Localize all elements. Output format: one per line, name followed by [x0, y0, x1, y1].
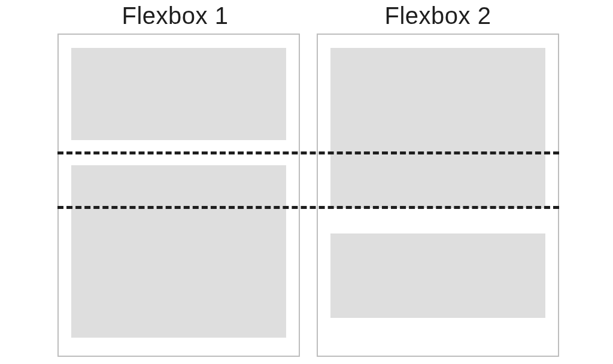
flexbox-1-item-top	[71, 48, 286, 140]
flexbox-2-container	[317, 34, 559, 357]
guide-line-upper	[57, 151, 559, 154]
flexbox-comparison-diagram: Flexbox 1 Flexbox 2	[57, 0, 559, 364]
flexbox-2-item-bottom	[330, 233, 545, 318]
flexbox-1-item-bottom	[71, 165, 286, 338]
boxes-row	[57, 34, 559, 357]
flexbox-1-container	[57, 34, 300, 357]
flexbox-2-item-top	[330, 48, 545, 208]
flexbox-1-title: Flexbox 1	[54, 2, 296, 31]
guide-line-lower	[57, 206, 559, 209]
flexbox-2-title: Flexbox 2	[317, 2, 559, 31]
titles-row: Flexbox 1 Flexbox 2	[57, 2, 559, 31]
